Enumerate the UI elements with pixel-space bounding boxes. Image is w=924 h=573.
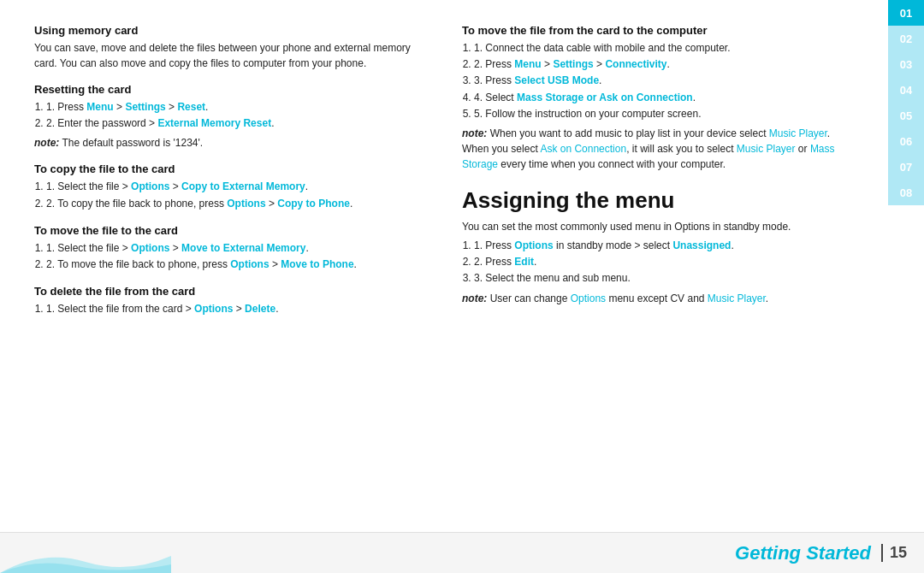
sec-using-memory-body: You can save, move and delete the files … [34,40,428,71]
assigning-menu-title: Assigning the menu [462,187,856,214]
sec-delete-title: To delete the file from the card [34,285,428,298]
list-item: 3. Select the menu and sub menu. [474,270,856,286]
chapter-04[interactable]: 04 [888,77,924,103]
list-item: 5. Follow the instruction on your comput… [474,106,856,122]
list-item: 1. Select the file from the card > Optio… [46,301,428,317]
sec-delete-list: 1. Select the file from the card > Optio… [43,301,428,317]
sec-copy-list: 1. Select the file > Options > Copy to E… [43,179,428,211]
sec-move-list: 1. Select the file > Options > Move to E… [43,240,428,273]
page-container: 01 02 03 04 05 06 07 08 Using memory car… [0,0,924,573]
left-column: Using memory card You can save, move and… [34,24,428,321]
assigning-menu-body: You can set the most commonly used menu … [462,219,856,234]
sec-move-title: To move the file to the card [34,224,428,237]
page-number: 15 [881,544,907,562]
right-column: To move the file from the card to the co… [462,24,856,321]
list-item: 1. Press Menu > Settings > Reset. [46,99,428,115]
bottom-bar: Getting Started 15 [0,532,924,573]
chapter-01[interactable]: 01 [888,0,924,26]
list-item: 2. Enter the password > External Memory … [46,115,428,132]
sec-resetting-list: 1. Press Menu > Settings > Reset. 2. Ent… [43,99,428,132]
list-item: 2. Press Edit. [474,254,856,270]
chapter-03[interactable]: 03 [888,51,924,77]
list-item: 1. Select the file > Options > Copy to E… [46,179,428,195]
assigning-menu-list: 1. Press Options in standby mode > selec… [471,238,856,287]
sec-resetting-note: note: The default password is '1234'. [34,135,428,151]
main-columns: Using memory card You can save, move and… [34,24,856,321]
list-item: 2. Press Menu > Settings > Connectivity. [474,56,856,73]
list-item: 1. Connect the data cable with mobile an… [474,40,856,56]
chapter-06[interactable]: 06 [888,128,924,154]
getting-started-label: Getting Started [735,542,871,564]
assigning-menu-note: note: User can change Options menu excep… [462,291,856,306]
list-item: 1. Press Options in standby mode > selec… [474,238,856,254]
sec-move-card-note: note: When you want to add music to play… [462,126,856,172]
bottom-wave-decoration [0,532,171,573]
chapter-08[interactable]: 08 [888,180,924,205]
list-item: 2. To copy the file back to phone, press… [46,196,428,212]
sec-using-memory-title: Using memory card [34,24,428,37]
chapter-05[interactable]: 05 [888,103,924,128]
list-item: 2. To move the file back to phone, press… [46,257,428,273]
list-item: 4. Select Mass Storage or Ask on Connect… [474,90,856,106]
sec-resetting-title: Resetting the card [34,83,428,96]
chapter-02[interactable]: 02 [888,26,924,51]
list-item: 1. Select the file > Options > Move to E… [46,240,428,257]
chapter-sidebar: 01 02 03 04 05 06 07 08 [888,0,924,205]
bottom-bar-content: Getting Started 15 [735,542,907,564]
chapter-07[interactable]: 07 [888,154,924,180]
sec-copy-title: To copy the file to the card [34,162,428,175]
sec-move-card-list: 1. Connect the data cable with mobile an… [471,40,856,122]
list-item: 3. Press Select USB Mode. [474,73,856,89]
sec-move-card-title: To move the file from the card to the co… [462,24,856,37]
